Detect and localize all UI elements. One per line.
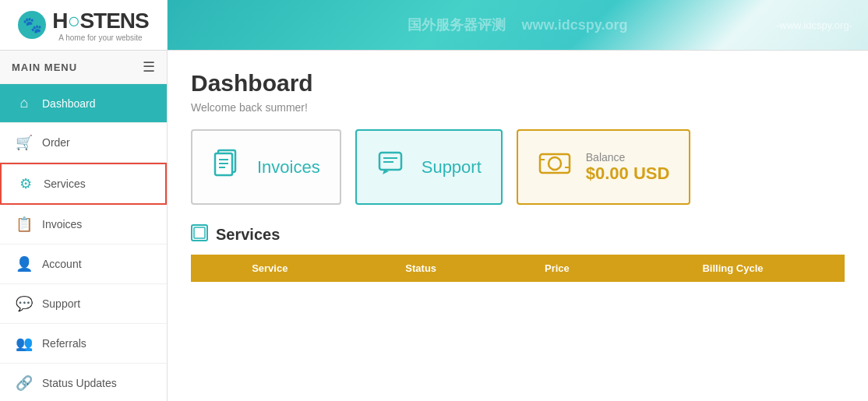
balance-card[interactable]: Balance $0.00 USD [517,129,691,205]
logo: H○STENS A home for your website [52,9,149,42]
sidebar-label-account: Account [42,258,82,270]
account-icon: 👤 [16,255,33,273]
balance-card-icon [538,146,572,188]
svg-point-9 [549,157,561,170]
header: 🐾 H○STENS A home for your website 国外服务器评… [0,0,868,51]
invoices-card-icon [212,148,243,186]
sidebar-item-status-updates[interactable]: 🔗 Status Updates [0,364,167,401]
hamburger-icon[interactable]: ☰ [143,58,155,76]
table-header-row: Service Status Price Billing Cycle [191,255,845,282]
content-area: Dashboard Welcome back summer! Invoices [168,51,868,401]
sidebar: MAIN MENU ☰ ⌂ Dashboard 🛒 Order ⚙ Servic… [0,51,168,401]
invoices-card-label: Invoices [257,157,320,178]
services-section-header: Services [191,224,845,245]
services-section-title: Services [216,226,280,244]
logo-area: 🐾 H○STENS A home for your website [0,0,168,50]
invoices-icon: 📋 [16,216,33,233]
sidebar-item-invoices[interactable]: 📋 Invoices [0,205,167,244]
order-icon: 🛒 [16,134,33,151]
sidebar-item-referrals[interactable]: 👥 Referrals [0,324,167,364]
sidebar-item-order[interactable]: 🛒 Order [0,123,167,163]
services-table: Service Status Price Billing Cycle [191,255,845,282]
logo-stens: STENS [79,9,148,33]
invoices-card[interactable]: Invoices [191,129,341,205]
support-card-icon [376,148,408,186]
balance-amount: $0.00 USD [586,164,670,184]
table-header-price: Price [493,255,621,282]
table-header-billing-cycle: Billing Cycle [621,255,845,282]
logo-sub: A home for your website [58,33,142,42]
sidebar-label-invoices: Invoices [42,218,82,230]
balance-info: Balance $0.00 USD [586,151,670,184]
status-updates-icon: 🔗 [16,375,33,392]
sidebar-label-services: Services [44,178,86,190]
support-card-label: Support [422,157,482,178]
sidebar-label-support: Support [42,297,80,310]
referrals-icon: 👥 [16,335,33,352]
sidebar-item-support[interactable]: 💬 Support [0,284,167,324]
logo-paw-icon: 🐾 [18,11,46,39]
sidebar-label-order: Order [42,136,70,149]
sidebar-label-referrals: Referrals [42,337,86,350]
support-card[interactable]: Support [355,129,503,205]
svg-rect-13 [194,227,205,238]
sidebar-item-dashboard[interactable]: ⌂ Dashboard [0,84,167,123]
banner-watermark: 国外服务器评测 www.idcspy.org [408,16,627,34]
page-title: Dashboard [191,70,845,97]
sidebar-item-services[interactable]: ⚙ Services ➤ [0,163,167,205]
cards-row: Invoices Support [191,129,845,205]
sidebar-label-dashboard: Dashboard [42,97,96,110]
dashboard-icon: ⌂ [16,95,33,111]
services-icon: ⚙ [17,175,34,192]
page-subtitle: Welcome back summer! [191,101,845,114]
sidebar-label-status-updates: Status Updates [42,377,117,389]
sidebar-menu-label: MAIN MENU [12,62,77,73]
table-header-status: Status [349,255,493,282]
header-banner: 国外服务器评测 www.idcspy.org -www.idcspy.org- [168,0,868,50]
balance-title: Balance [586,151,670,164]
sidebar-header: MAIN MENU ☰ [0,51,167,84]
services-section-icon [191,224,208,245]
logo-text: H○STENS [52,9,149,33]
main-layout: MAIN MENU ☰ ⌂ Dashboard 🛒 Order ⚙ Servic… [0,51,868,401]
banner-url: -www.idcspy.org- [776,19,852,31]
support-icon: 💬 [16,295,33,312]
sidebar-item-account[interactable]: 👤 Account [0,244,167,284]
table-header-service: Service [191,255,349,282]
